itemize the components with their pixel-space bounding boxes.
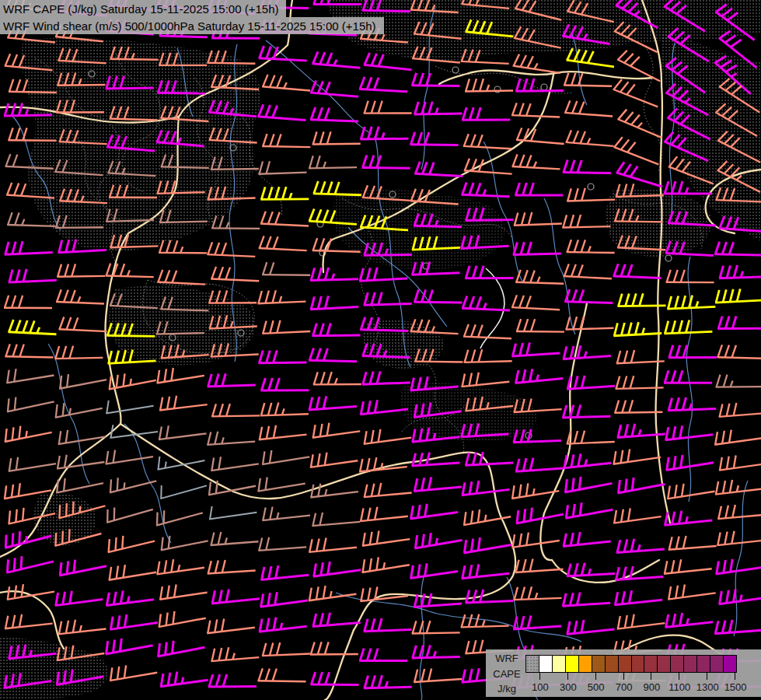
legend-swatch [683,655,697,673]
legend-swatch-row [526,655,737,673]
legend-label-unit: J/kg [497,683,516,695]
legend-swatch [525,655,539,673]
legend-tick [651,673,651,680]
legend-swatch [670,655,684,673]
legend-tick [623,673,624,680]
legend-swatch [565,655,579,673]
legend-swatch [644,655,658,673]
map-canvas [0,0,761,700]
legend-swatch [618,655,632,673]
legend-tick [539,673,540,680]
legend-swatch [631,655,645,673]
map-title-overlay: WRF CAPE (J/kg) Saturday 15-11-2025 15:0… [0,0,384,34]
legend-swatch [696,655,710,673]
legend-swatch [552,655,566,673]
legend-swatch [578,655,592,673]
title-cape-line: WRF CAPE (J/kg) Saturday 15-11-2025 15:0… [0,0,286,17]
legend-swatch [539,655,553,673]
legend-label-wrf: WRF [495,653,518,664]
legend-label-column: WRF CAPE J/kg [486,649,526,697]
legend-label-cape: CAPE [493,668,520,680]
title-windshear-line: WRF Wind shear (m/s) 500/1000hPa Saturda… [0,17,384,34]
legend-swatch [710,655,724,673]
legend-tick [595,673,596,680]
legend-color-scale: 100300500700900110013001500 [526,649,761,697]
wrf-weather-map: WRF CAPE (J/kg) Saturday 15-11-2025 15:0… [0,0,761,700]
legend-swatch [657,655,671,673]
legend-swatch [605,655,619,673]
legend-tick-label: 1500 [718,681,752,693]
legend-swatch [723,655,737,673]
legend-tick [735,673,735,680]
legend-swatch [592,655,606,673]
cape-colorbar-legend: WRF CAPE J/kg 10030050070090011001300150… [486,649,761,697]
legend-tick [707,673,707,680]
legend-tick [679,673,679,680]
legend-tick [567,673,568,680]
